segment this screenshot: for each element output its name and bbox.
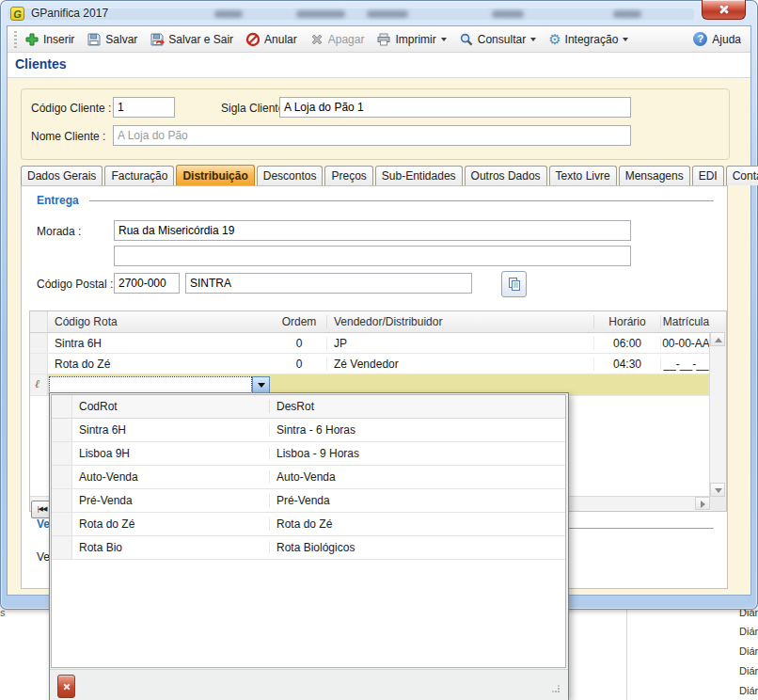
cell-codrot[interactable]: Rota do Zé [72,517,269,531]
list-item[interactable]: Rota Bio Rota Biológicos [52,536,565,560]
morada-field[interactable] [114,220,631,241]
cell-codigo-rota[interactable]: Sintra 6H [48,337,272,350]
tab-sub-entidades[interactable]: Sub-Entidades [375,166,463,185]
cell-codrot[interactable]: Auto-Venda [72,470,269,484]
tab-texto-livre[interactable]: Texto Livre [549,166,617,185]
col-horario[interactable]: Horário [593,315,660,328]
integration-button[interactable]: Integração [548,32,628,47]
scroll-down-button[interactable] [710,483,725,497]
col-ordem[interactable]: Ordem [272,315,326,328]
col-codrot[interactable]: CodRot [72,400,269,413]
tab-edi[interactable]: EDI [692,166,724,185]
cell-desrot[interactable]: Rota do Zé [269,517,565,531]
triangle-down-icon [715,488,722,493]
codigo-postal-field[interactable] [114,273,180,294]
row-selector[interactable] [52,419,72,441]
vertical-scrollbar[interactable] [709,332,726,497]
list-item[interactable]: Auto-Venda Auto-Venda [52,466,565,489]
cell-codrot[interactable]: Rota Bio [72,541,269,554]
cell-matricula[interactable]: 00-00-AA [660,337,711,350]
row-selector[interactable] [52,513,72,535]
entrega-section-title: Entrega [37,194,79,207]
cell-codigo-rota[interactable]: Rota do Zé [48,358,272,371]
list-item[interactable]: Lisboa 9H Lisboa - 9 Horas [52,442,565,466]
lookup-postal-button[interactable] [501,271,527,297]
row-selector[interactable] [52,466,72,488]
popup-close-button[interactable] [57,675,75,698]
sigla-cliente-field[interactable] [279,97,631,118]
table-row[interactable]: Sintra 6H 0 JP 06:00 00-00-AA [30,333,726,354]
list-item[interactable]: Sintra 6H Sintra - 6 Horas [52,419,565,442]
tab-mensagens[interactable]: Mensagens [619,166,690,185]
route-combo-input[interactable] [49,376,252,393]
row-selector[interactable] [30,354,48,374]
col-desrot[interactable]: DesRot [269,400,565,413]
print-button[interactable]: Imprimir [376,32,446,47]
cell-matricula[interactable]: __-__-__ [660,358,711,371]
nome-cliente-field[interactable] [113,125,631,146]
print-label: Imprimir [395,33,435,46]
tab-distribuicao[interactable]: Distribuição [176,165,254,185]
row-selector[interactable] [52,442,72,465]
route-dropdown-header: CodRot DesRot [52,395,565,419]
floppy-exit-icon [150,32,165,47]
route-dropdown-popup: CodRot DesRot Sintra 6H Sintra - 6 Horas… [49,392,569,700]
cell-codrot[interactable]: Lisboa 9H [72,447,269,460]
row-selector[interactable] [52,489,72,512]
dropdown-caret-icon[interactable] [530,38,536,41]
titlebar-glass-artifact [367,10,408,18]
list-item[interactable]: Rota do Zé Rota do Zé [52,513,565,536]
cell-vendedor[interactable]: JP [326,337,593,350]
row-selector-header [52,395,72,418]
row-selector-editing[interactable] [30,374,48,395]
titlebar-glass-artifact [8,8,694,20]
col-matricula[interactable]: Matrícula [660,315,711,328]
route-combo[interactable] [49,376,270,393]
tab-contactos[interactable]: Contactos [726,166,758,185]
close-button[interactable] [702,0,746,20]
save-and-exit-button[interactable]: Salvar e Sair [150,32,233,47]
tab-facturacao[interactable]: Facturação [104,166,174,185]
row-selector[interactable] [52,536,72,559]
cell-ordem[interactable]: 0 [272,337,326,350]
cell-desrot[interactable]: Pré-Venda [269,494,565,507]
cell-desrot[interactable]: Sintra - 6 Horas [269,423,565,437]
tab-strip: Dados Gerais Facturação Distribuição Des… [21,165,734,185]
cell-horario[interactable]: 04:30 [593,358,660,371]
consult-button[interactable]: Consultar [459,32,536,47]
scroll-up-button[interactable] [710,332,725,346]
save-button[interactable]: Salvar [87,32,137,47]
help-button[interactable]: Ajuda [693,32,741,46]
cell-codrot[interactable]: Pré-Venda [72,494,269,507]
scroll-right-button[interactable] [695,497,710,510]
localidade-field[interactable] [185,273,472,294]
col-codigo-rota[interactable]: Código Rota [48,315,272,328]
cancel-button[interactable]: Anular [245,32,297,47]
col-vendedor[interactable]: Vendedor/Distribuidor [326,315,593,328]
cell-desrot[interactable]: Lisboa - 9 Horas [269,447,565,460]
toolbar-grip[interactable] [14,31,17,48]
row-selector[interactable] [30,333,48,353]
tab-precos[interactable]: Preços [324,166,372,185]
list-item[interactable]: Pré-Venda Pré-Venda [52,489,565,513]
cell-desrot[interactable]: Auto-Venda [269,470,565,484]
titlebar[interactable]: GPanifica 2017 [0,0,758,26]
cell-codrot[interactable]: Sintra 6H [72,423,269,437]
dropdown-caret-icon[interactable] [623,38,628,41]
window-title: GPanifica 2017 [31,7,108,20]
triangle-up-icon [715,338,722,342]
cell-horario[interactable]: 06:00 [593,337,660,350]
tab-dados-gerais[interactable]: Dados Gerais [21,166,103,185]
tab-outros-dados[interactable]: Outros Dados [465,166,547,185]
combo-dropdown-button[interactable] [252,376,270,393]
tab-descontos[interactable]: Descontos [257,166,324,185]
morada-line2-field[interactable] [114,246,631,266]
insert-button[interactable]: Inserir [24,32,74,47]
table-row[interactable]: Rota do Zé 0 Zé Vendedor 04:30 __-__-__ [30,354,726,374]
cell-vendedor[interactable]: Zé Vendedor [326,358,593,371]
resize-grip[interactable] [558,691,560,692]
dropdown-caret-icon[interactable] [441,38,447,41]
codigo-cliente-field[interactable] [113,97,175,118]
cell-desrot[interactable]: Rota Biológicos [269,541,565,554]
cell-ordem[interactable]: 0 [272,358,326,371]
